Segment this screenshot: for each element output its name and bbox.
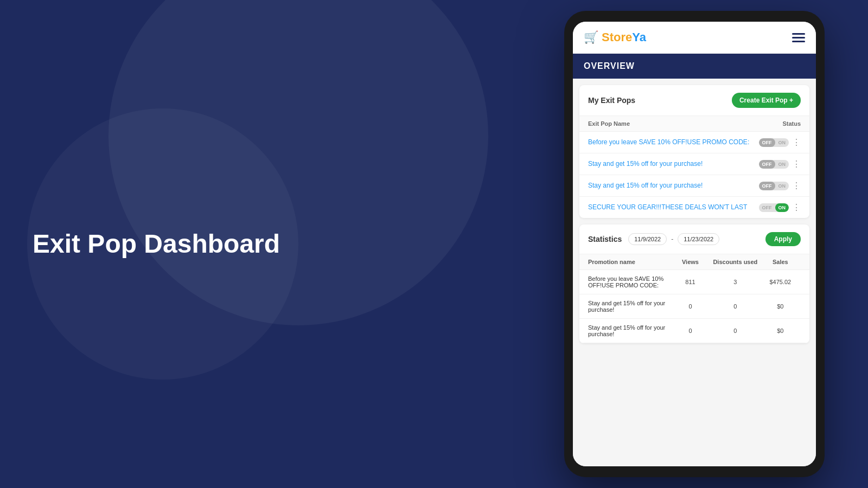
stats-promo-name: Before you leave SAVE 10% OFF!USE PROMO …: [588, 275, 670, 288]
statistics-header: Statistics 11/9/2022 - 11/23/2022 Apply: [579, 224, 809, 254]
toggle-switch[interactable]: OFF ON: [759, 138, 789, 147]
exit-pop-name: Stay and get 15% off for your purchase!: [588, 181, 755, 190]
toggle-on-label: ON: [775, 203, 789, 212]
exit-pops-card: My Exit Pops Create Exit Pop + Exit Pop …: [579, 85, 809, 218]
date-separator: -: [671, 235, 673, 243]
stats-discounts: 0: [711, 303, 760, 310]
create-exit-pop-button[interactable]: Create Exit Pop +: [732, 93, 801, 108]
device-frame: 🛒 StoreYa OVERVIEW My Exit Pops Create E…: [564, 11, 825, 477]
col-status-header: Status: [782, 120, 801, 127]
device-screen: 🛒 StoreYa OVERVIEW My Exit Pops Create E…: [573, 22, 816, 466]
exit-pop-name: Stay and get 15% off for your purchase!: [588, 159, 755, 169]
stats-sales: $0: [760, 303, 801, 310]
toggle-off-label: OFF: [759, 160, 775, 169]
exit-pop-name: Before you leave SAVE 10% OFF!USE PROMO …: [588, 138, 755, 147]
stats-sales: $475.02: [760, 279, 801, 285]
row-right: OFF ON ⋮: [759, 159, 801, 169]
stats-promo-name: Stay and get 15% off for your purchase!: [588, 324, 670, 337]
stats-promo-name: Stay and get 15% off for your purchase!: [588, 300, 670, 313]
date-to-input[interactable]: 11/23/2022: [678, 233, 719, 245]
exit-pops-card-header: My Exit Pops Create Exit Pop +: [579, 85, 809, 116]
stats-col-promo: Promotion name: [588, 259, 670, 265]
exit-pop-row: Stay and get 15% off for your purchase! …: [579, 153, 809, 175]
date-from-input[interactable]: 11/9/2022: [628, 233, 667, 245]
more-options-icon[interactable]: ⋮: [792, 181, 801, 191]
app-header: 🛒 StoreYa: [573, 22, 816, 54]
exit-pop-name: SECURE YOUR GEAR!!!THESE DEALS WON'T LAS…: [588, 203, 755, 212]
toggle-off-label: OFF: [759, 203, 775, 212]
toggle-switch[interactable]: OFF ON: [759, 203, 789, 212]
more-options-icon[interactable]: ⋮: [792, 137, 801, 147]
stats-sales: $0: [760, 328, 801, 334]
exit-pops-table-header: Exit Pop Name Status: [579, 116, 809, 132]
app-content[interactable]: My Exit Pops Create Exit Pop + Exit Pop …: [573, 79, 816, 466]
overview-header: OVERVIEW: [573, 54, 816, 79]
exit-pop-row: Before you leave SAVE 10% OFF!USE PROMO …: [579, 132, 809, 153]
toggle-switch[interactable]: OFF ON: [759, 160, 789, 169]
toggle-off-label: OFF: [759, 182, 775, 190]
hamburger-menu-icon[interactable]: [792, 33, 805, 42]
exit-pop-row: SECURE YOUR GEAR!!!THESE DEALS WON'T LAS…: [579, 197, 809, 218]
logo-text: StoreYa: [602, 30, 646, 44]
stats-views: 0: [670, 303, 711, 310]
stats-row: Stay and get 15% off for your purchase! …: [579, 294, 809, 319]
toggle-on-label: ON: [775, 138, 789, 147]
logo-cart-icon: 🛒: [584, 30, 598, 44]
col-name-header: Exit Pop Name: [588, 120, 630, 127]
statistics-card: Statistics 11/9/2022 - 11/23/2022 Apply …: [579, 224, 809, 343]
row-right: OFF ON ⋮: [759, 202, 801, 213]
toggle-on-label: ON: [775, 160, 789, 169]
stats-discounts: 3: [711, 279, 760, 285]
stats-col-discounts: Discounts used: [711, 259, 760, 265]
stats-row: Before you leave SAVE 10% OFF!USE PROMO …: [579, 270, 809, 294]
row-right: OFF ON ⋮: [759, 137, 801, 147]
overview-label: OVERVIEW: [584, 61, 805, 71]
stats-col-sales: Sales: [760, 259, 801, 265]
statistics-title: Statistics: [588, 235, 622, 243]
exit-pops-title: My Exit Pops: [588, 96, 635, 105]
toggle-on-label: ON: [775, 182, 789, 190]
stats-row: Stay and get 15% off for your purchase! …: [579, 319, 809, 343]
stats-discounts: 0: [711, 328, 760, 334]
left-section: Exit Pop Dashboard: [33, 228, 280, 260]
page-title: Exit Pop Dashboard: [33, 228, 280, 260]
apply-button[interactable]: Apply: [765, 232, 801, 246]
toggle-switch[interactable]: OFF ON: [759, 182, 789, 190]
row-right: OFF ON ⋮: [759, 181, 801, 191]
more-options-icon[interactable]: ⋮: [792, 202, 801, 213]
stats-views: 0: [670, 328, 711, 334]
exit-pop-row: Stay and get 15% off for your purchase! …: [579, 175, 809, 197]
stats-col-views: Views: [670, 259, 711, 265]
statistics-table-header: Promotion name Views Discounts used Sale…: [579, 254, 809, 270]
more-options-icon[interactable]: ⋮: [792, 159, 801, 169]
toggle-off-label: OFF: [759, 138, 775, 147]
stats-views: 811: [670, 279, 711, 285]
logo: 🛒 StoreYa: [584, 30, 646, 44]
